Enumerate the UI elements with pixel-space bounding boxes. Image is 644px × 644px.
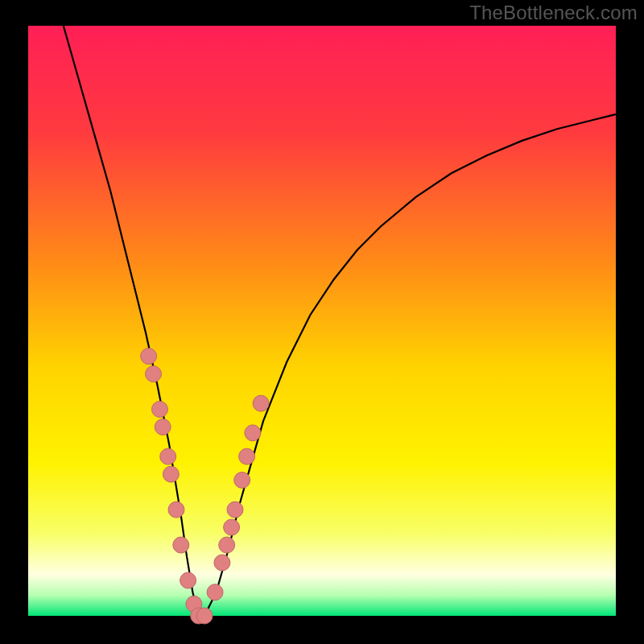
data-marker: [152, 401, 168, 417]
data-marker: [219, 537, 235, 553]
data-marker: [239, 448, 255, 464]
bottleneck-curve-chart: [0, 0, 644, 644]
data-marker: [160, 448, 176, 464]
data-marker: [180, 572, 196, 588]
data-marker: [227, 502, 243, 518]
data-marker: [224, 519, 240, 535]
data-marker: [214, 555, 230, 571]
data-marker: [207, 584, 223, 601]
data-marker: [146, 366, 162, 382]
data-marker: [196, 608, 213, 624]
data-marker: [163, 466, 179, 482]
data-marker: [173, 537, 189, 553]
data-marker: [155, 419, 171, 435]
watermark-text: TheBottleneck.com: [469, 2, 638, 24]
data-marker: [168, 502, 184, 518]
data-marker: [245, 425, 261, 441]
data-marker: [253, 395, 269, 411]
data-marker: [234, 472, 250, 488]
data-marker: [141, 349, 157, 365]
plot-background: [28, 26, 616, 616]
chart-frame: TheBottleneck.com: [0, 0, 644, 644]
